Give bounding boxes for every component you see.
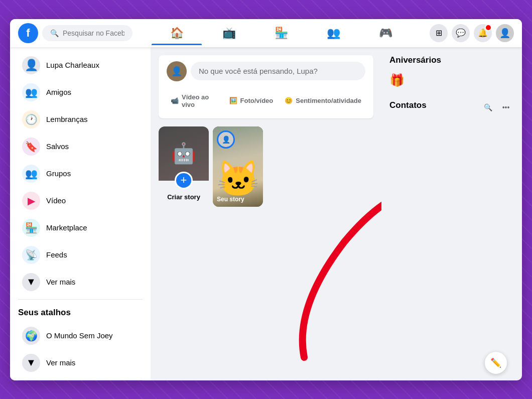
sentimento-icon: 😊: [285, 97, 293, 104]
sidebar-shortcuts-ver-mais[interactable]: ▼ Ver mais: [14, 350, 147, 376]
amigos-icon: 👥: [22, 83, 40, 101]
foto-video-label: Foto/vídeo: [240, 97, 274, 104]
top-navigation: Facebook f 🔍 🏠 📺 🏪 👥 🎮 ⊞ 💬 🔔: [10, 19, 522, 47]
sidebar-item-label: Marketplace: [46, 223, 87, 232]
nav-gaming-button[interactable]: 🎮: [360, 21, 411, 45]
nav-watch-button[interactable]: 📺: [204, 21, 254, 45]
sidebar-item-label: Grupos: [46, 169, 71, 178]
contacts-more-button[interactable]: •••: [498, 99, 514, 115]
grupos-icon: 👥: [22, 165, 40, 183]
create-post-input[interactable]: No que você está pensando, Lupa?: [191, 62, 365, 80]
cat-emoji: 🐱: [216, 158, 260, 199]
grid-menu-button[interactable]: ⊞: [430, 24, 448, 42]
sidebar-item-grupos[interactable]: 👥 Grupos: [14, 161, 147, 187]
sentimento-button[interactable]: 😊 Sentimento/atividade: [281, 89, 365, 112]
create-story-label: Criar story: [167, 193, 200, 201]
my-story-card[interactable]: 🐱 👤 Seu story: [213, 126, 263, 207]
sidebar-item-lembrancas[interactable]: 🕐 Lembranças: [14, 106, 147, 132]
nav-marketplace-button[interactable]: 🏪: [256, 21, 306, 45]
search-bar[interactable]: 🔍: [42, 25, 132, 41]
birthday-section-title: Aniversários: [389, 55, 514, 65]
facebook-logo: Facebook f: [18, 23, 38, 43]
sidebar-item-ver-mais[interactable]: ▼ Ver mais: [14, 269, 147, 295]
sidebar-item-label: Ver mais: [46, 278, 75, 286]
notifications-button[interactable]: 🔔: [474, 24, 492, 42]
edit-button[interactable]: ✏️: [485, 352, 507, 374]
contacts-section: Contatos 🔍 •••: [389, 99, 514, 115]
video-icon: ▶: [22, 192, 40, 210]
nav-center: 🏠 📺 🏪 👥 🎮: [132, 21, 430, 45]
story-plus-button[interactable]: +: [175, 172, 193, 189]
search-input[interactable]: [63, 29, 124, 37]
nav-home-button[interactable]: 🏠: [152, 21, 202, 45]
contacts-actions: 🔍 •••: [480, 99, 514, 115]
mundo-sem-joey-icon: 🌍: [22, 327, 40, 345]
video-ao-vivo-icon: 📹: [171, 97, 179, 104]
sentimento-label: Sentimento/atividade: [296, 97, 361, 104]
video-ao-vivo-label: Vídeo ao vivo: [182, 93, 218, 108]
sidebar-item-label: Amigos: [46, 88, 71, 96]
create-post-top: 👤 No que você está pensando, Lupa?: [167, 61, 365, 81]
sidebar-item-amigos[interactable]: 👥 Amigos: [14, 79, 147, 105]
salvos-icon: 🔖: [22, 138, 40, 156]
sidebar-item-marketplace[interactable]: 🏪 Marketplace: [14, 215, 147, 241]
contacts-header: Contatos 🔍 •••: [389, 99, 514, 115]
sidebar-user-name: Lupa Charleaux: [46, 61, 99, 69]
create-story-card[interactable]: 🤖 + Criar story: [159, 126, 209, 207]
sidebar-item-label: Ver mais: [46, 358, 75, 367]
sidebar-item-user[interactable]: 👤 Lupa Charleaux: [14, 52, 147, 78]
nav-friends-button[interactable]: 👥: [308, 21, 358, 45]
profile-avatar-button[interactable]: [496, 24, 514, 42]
create-post-actions: 📹 Vídeo ao vivo 🖼️ Foto/vídeo 😊 Sentimen…: [167, 87, 365, 112]
lembrancas-icon: 🕐: [22, 110, 40, 128]
ver-mais-icon: ▼: [22, 273, 40, 291]
messenger-button[interactable]: 💬: [452, 24, 470, 42]
gift-icon: 🎁: [389, 73, 405, 87]
create-post-card: 👤 No que você está pensando, Lupa? 📹 Víd…: [159, 55, 373, 118]
sidebar-divider-2: [18, 380, 143, 380]
sidebar-item-feeds[interactable]: 📡 Feeds: [14, 242, 147, 268]
sidebar-divider: [18, 299, 143, 300]
feed: 👤 No que você está pensando, Lupa? 📹 Víd…: [151, 47, 381, 380]
sidebar-item-label: O Mundo Sem Joey: [46, 331, 113, 340]
nav-right-actions: ⊞ 💬 🔔: [430, 24, 514, 42]
sidebar-item-mundo-sem-joey[interactable]: 🌍 O Mundo Sem Joey: [14, 323, 147, 349]
sidebar-item-label: Feeds: [46, 250, 67, 259]
right-sidebar: Aniversários 🎁 Contatos 🔍 ••• ✏️: [381, 47, 522, 380]
left-sidebar: 👤 Lupa Charleaux 👥 Amigos 🕐 Lembranças 🔖…: [10, 47, 151, 380]
contacts-title: Contatos: [389, 100, 427, 110]
post-avatar: 👤: [167, 61, 187, 81]
search-icon: 🔍: [50, 29, 59, 37]
marketplace-icon: 🏪: [22, 219, 40, 237]
create-post-placeholder: No que você está pensando, Lupa?: [199, 67, 318, 75]
contacts-search-button[interactable]: 🔍: [480, 99, 496, 115]
main-content: 👤 Lupa Charleaux 👥 Amigos 🕐 Lembranças 🔖…: [10, 47, 522, 380]
my-story-label: Seu story: [217, 196, 259, 203]
sidebar-item-label: Vídeo: [46, 196, 66, 205]
sidebar-item-label: Salvos: [46, 142, 69, 151]
shortcuts-ver-mais-icon: ▼: [22, 354, 40, 372]
stories-section: 🤖 + Criar story 🐱 👤 Seu story: [159, 126, 373, 207]
foto-video-button[interactable]: 🖼️ Foto/vídeo: [224, 89, 279, 112]
birthday-item: 🎁: [389, 69, 514, 91]
sidebar-item-salvos[interactable]: 🔖 Salvos: [14, 134, 147, 160]
sidebar-item-video[interactable]: ▶ Vídeo: [14, 188, 147, 214]
feeds-icon: 📡: [22, 246, 40, 264]
shortcuts-title: Seus atalhos: [10, 304, 151, 322]
foto-video-icon: 🖼️: [229, 97, 237, 104]
my-story-avatar: 👤: [217, 130, 235, 149]
video-ao-vivo-button[interactable]: 📹 Vídeo ao vivo: [167, 89, 222, 112]
sidebar-item-label: Lembranças: [46, 115, 88, 123]
